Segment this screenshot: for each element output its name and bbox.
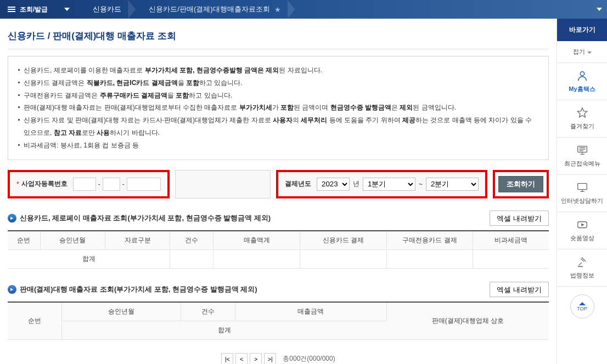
top-label: TOP — [577, 306, 587, 311]
sidebar-item-favorites[interactable]: 즐겨찾기 — [557, 100, 607, 138]
search-panel: * 사업자등록번호 - - 결제년도 2023 년 1분기 ~ — [8, 170, 549, 198]
search-button-frame: 조회하기 — [493, 170, 549, 198]
business-reg-input-1[interactable] — [73, 178, 96, 191]
business-reg-input-3[interactable] — [127, 178, 161, 191]
year-label: 결제년도 — [285, 179, 311, 189]
sidebar-item-recent[interactable]: 최근접속메뉴 — [557, 138, 607, 175]
col-header: 승인년월 — [62, 302, 181, 321]
section-title-card-sales: 신용카드, 제로페이 매출자료 조회(부가가치세 포함, 현금영수증 발행금액 … — [20, 213, 271, 223]
col-header: 비과세금액 — [473, 231, 549, 250]
col-header: 매출액계 — [213, 231, 300, 250]
breadcrumb-level-1[interactable]: 신용카드 — [77, 0, 133, 19]
filler-panel — [175, 170, 271, 198]
sidebar-item-label: 최근접속메뉴 — [564, 160, 600, 167]
sidebar-item-law[interactable]: 법령정보 — [557, 249, 607, 287]
triangle-up-icon — [579, 302, 586, 305]
notice-box: 신용카드, 제로페이를 이용한 매출자료로 부가가치세 포함, 현금영수증발행 … — [8, 56, 549, 160]
col-header: 건수 — [181, 302, 235, 321]
quarter-from-select[interactable]: 1분기 — [363, 178, 415, 191]
sidebar-item-label: My홈택스 — [569, 86, 595, 92]
person-icon — [576, 70, 589, 82]
svg-rect-2 — [577, 184, 587, 190]
sidebar-item-label: 법령정보 — [570, 272, 594, 278]
notice-item: 판매(결제)대행 매출자료는 판매(결제)대행업체로부터 수집한 매출자료로 부… — [17, 101, 539, 114]
col-header: 건수 — [170, 231, 213, 250]
col-header: 순번 — [8, 231, 40, 250]
play-icon — [576, 219, 589, 231]
monitor-icon — [576, 181, 589, 194]
col-header: 판매(결제)대행업체 상호 — [386, 302, 549, 340]
shortcut-sidebar: 바로가기 접기 My홈택스 즐겨찾기 최근접속메뉴 인터넷상담하기 숏품영상 법… — [557, 19, 607, 364]
sidebar-item-my-hometax[interactable]: My홈택스 — [557, 63, 607, 100]
search-button[interactable]: 조회하기 — [498, 176, 543, 192]
excel-download-button[interactable]: 엑셀 내려받기 — [490, 211, 549, 226]
quarter-to-select[interactable]: 2분기 — [426, 178, 479, 191]
sidebar-item-label: 숏품영상 — [570, 235, 594, 241]
sidebar-item-video[interactable]: 숏품영상 — [557, 212, 607, 249]
monitor-list-icon — [576, 144, 589, 156]
gavel-icon — [576, 256, 589, 268]
sidebar-item-counsel[interactable]: 인터넷상담하기 — [557, 175, 607, 212]
pager: |< < > >| 총000건(000/000) — [8, 353, 549, 364]
chevron-down-icon — [587, 52, 592, 54]
notice-item: 구매전용카드 결제금액은 주류구매카드 결제금액을 포함하고 있습니다. — [17, 89, 539, 102]
notice-item: 신용카드 결제금액은 직불카드, 현금IC카드 결제금액을 포함하고 있습니다. — [17, 77, 539, 89]
notice-item: 비과세금액: 봉사료, 1회용 컵 보증금 등 — [17, 139, 539, 152]
hamburger-icon — [8, 5, 15, 13]
sidebar-item-label: 인터넷상담하기 — [561, 197, 603, 204]
section-title-pg-sales: 판매(결제)대행 매출자료 조회(부가가치세 포함, 현금영수증 발행금액 제외… — [20, 285, 257, 294]
main-menu-button[interactable]: 조회/발급 — [0, 0, 77, 19]
svg-point-0 — [580, 72, 584, 76]
year-quarter-field-group: 결제년도 2023 년 1분기 ~ 2분기 — [276, 170, 487, 198]
excel-download-button[interactable]: 엑셀 내려받기 — [490, 282, 549, 297]
notice-item: 신용카드, 제로페이를 이용한 매출자료로 부가가치세 포함, 현금영수증발행 … — [17, 64, 539, 77]
favorite-star-icon[interactable]: ★ — [274, 5, 281, 14]
col-header: 매출금액 — [235, 302, 386, 321]
scroll-to-top-button[interactable]: TOP — [570, 294, 594, 318]
business-reg-field-group: * 사업자등록번호 - - — [8, 170, 170, 198]
notice-item: 신용카드 자료 및 판매(결제)대행 자료는 카드사·판매(결제)대행업체가 제… — [17, 114, 539, 139]
sidebar-item-label: 접기 — [573, 48, 585, 55]
year-suffix: 년 — [353, 179, 359, 189]
col-header: 구매전용카드 결제 — [386, 231, 473, 250]
sidebar-item-label: 즐겨찾기 — [570, 123, 594, 129]
pager-next-button[interactable]: > — [250, 353, 262, 364]
pager-last-button[interactable]: >| — [264, 353, 276, 364]
pager-first-button[interactable]: |< — [221, 353, 233, 364]
card-sales-table: 순번 승인년월 자료구분 건수 매출액계 신용카드 결제 구매전용카드 결제 비… — [8, 230, 549, 269]
section-bullet-icon — [8, 214, 16, 223]
business-reg-label: 사업자등록번호 — [21, 179, 68, 189]
chevron-down-icon — [597, 8, 602, 11]
col-header: 신용카드 결제 — [300, 231, 386, 250]
main-menu-label: 조회/발급 — [20, 5, 48, 14]
section-header-pg-sales: 판매(결제)대행 매출자료 조회(부가가치세 포함, 현금영수증 발행금액 제외… — [8, 282, 549, 297]
col-header: 자료구분 — [105, 231, 170, 250]
sidebar-title: 바로가기 — [557, 19, 607, 41]
pg-sales-table: 순번 승인년월 건수 매출금액 판매(결제)대행업체 상호 합계 — [8, 302, 549, 340]
sum-label: 합계 — [62, 321, 387, 339]
section-header-card-sales: 신용카드, 제로페이 매출자료 조회(부가가치세 포함, 현금영수증 발행금액 … — [8, 211, 549, 226]
pager-info: 총000건(000/000) — [283, 354, 335, 363]
business-reg-input-2[interactable] — [103, 178, 120, 191]
breadcrumb-level-2[interactable]: 신용카드/판매(결제)대행매출자료조회 ★ — [133, 0, 293, 19]
required-mark-icon: * — [16, 180, 19, 188]
breadcrumb-collapse-button[interactable] — [592, 0, 607, 19]
table-sum-row: 합계 — [8, 249, 549, 268]
chevron-down-icon — [64, 8, 70, 11]
page-title: 신용카드 / 판매(결제)대행 매출자료 조회 — [8, 27, 549, 49]
sum-label: 합계 — [8, 249, 170, 268]
col-header: 승인년월 — [40, 231, 105, 250]
year-select[interactable]: 2023 — [317, 178, 350, 191]
breadcrumb-bar: 조회/발급 신용카드 신용카드/판매(결제)대행매출자료조회 ★ — [0, 0, 607, 19]
star-icon — [576, 107, 589, 119]
sidebar-item-collapse[interactable]: 접기 — [557, 41, 607, 63]
pager-prev-button[interactable]: < — [235, 353, 248, 364]
col-header: 순번 — [8, 302, 62, 340]
section-bullet-icon — [8, 285, 16, 294]
